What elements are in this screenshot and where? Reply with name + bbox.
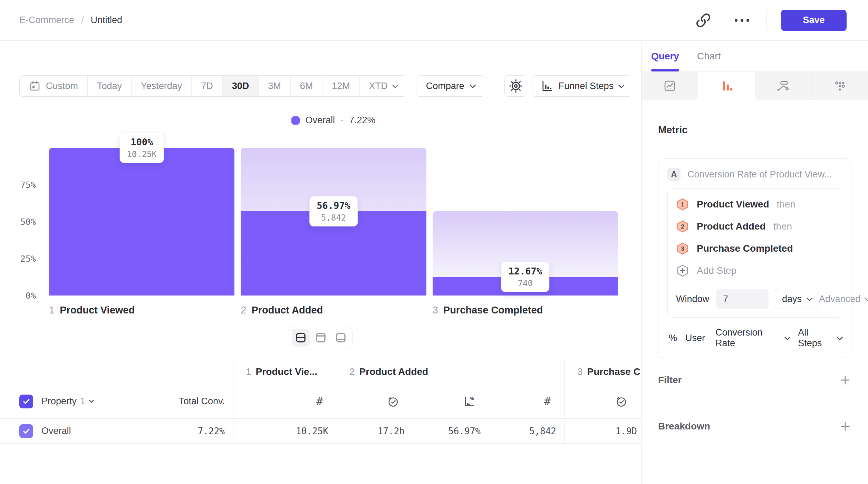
count-icon xyxy=(316,395,323,408)
chevron-down-icon[interactable] xyxy=(89,398,94,403)
step-badge-icon: 3 xyxy=(676,242,689,255)
report-main: Custom Today Yesterday 7D 30D 3M 6M 12M … xyxy=(0,41,641,484)
plus-icon xyxy=(839,420,851,433)
select-all-checkbox[interactable] xyxy=(19,395,33,408)
y-tick: 0% xyxy=(26,291,36,301)
chevron-down-icon xyxy=(392,82,398,88)
analysis-insights-tab[interactable] xyxy=(642,72,698,100)
layout-table-only-button[interactable] xyxy=(332,329,350,347)
metric-count-header-step2[interactable] xyxy=(489,384,565,418)
filter-heading: Filter xyxy=(658,375,682,386)
step-event-name: Purchase Completed xyxy=(697,243,793,254)
compare-button[interactable]: Compare xyxy=(416,75,485,97)
analysis-flows-tab[interactable] xyxy=(755,72,811,100)
save-button[interactable]: Save xyxy=(781,10,847,31)
metric-convrate-header-step2[interactable]: % xyxy=(413,384,489,418)
row-value-step1-count: 10.25K xyxy=(233,419,337,443)
legend-series-value: 7.22% xyxy=(349,115,376,126)
bottom-pane-icon xyxy=(335,332,347,343)
time-to-convert-icon xyxy=(387,395,399,408)
total-conv-header[interactable]: Total Conv. xyxy=(179,396,225,407)
row-total-conv: 7.22% xyxy=(198,426,225,436)
funnel-step-2[interactable]: 2 Product Added then xyxy=(676,220,833,233)
layout-chart-only-button[interactable] xyxy=(312,329,330,347)
breakdown-section: Breakdown xyxy=(642,420,868,433)
funnel-step-3[interactable]: 3 Purchase Completed xyxy=(676,242,833,255)
x-label-step-3: 3 Purchase Completed xyxy=(433,304,618,316)
count-icon xyxy=(544,395,551,408)
property-index: 1 xyxy=(80,396,85,407)
measure-metric-dropdown[interactable]: Conversion Rate xyxy=(715,327,780,349)
measure-scope-dropdown[interactable]: All Steps xyxy=(798,327,832,349)
property-dropdown[interactable]: Property xyxy=(41,396,77,407)
step-badge-icon: 1 xyxy=(676,198,689,211)
date-range-7d[interactable]: 7D xyxy=(191,76,222,96)
funnel-bar: 100% 10.25K xyxy=(49,148,234,296)
metric-count-header-step1[interactable] xyxy=(233,384,337,418)
table-col-step-1: 1 Product Vie... xyxy=(233,359,337,384)
more-menu-icon[interactable] xyxy=(731,9,753,31)
layout-split-button[interactable] xyxy=(292,329,310,347)
breakdown-heading: Breakdown xyxy=(658,421,710,432)
funnel-plot: 100% 10.25K 56.97% 5,842 12. xyxy=(49,148,618,296)
date-range-yesterday[interactable]: Yesterday xyxy=(131,76,191,96)
date-range-custom[interactable]: Custom xyxy=(20,76,87,96)
add-breakdown-button[interactable] xyxy=(839,420,851,433)
y-tick: 50% xyxy=(20,217,36,227)
tab-query[interactable]: Query xyxy=(651,41,679,71)
funnel-bar-tooltip: 12.67% 740 xyxy=(501,262,550,292)
copy-link-icon[interactable] xyxy=(692,9,714,31)
metric-title-row[interactable]: A Conversion Rate of Product View... xyxy=(667,168,842,181)
date-range-30d[interactable]: 30D xyxy=(222,76,259,96)
row-label-cell: Overall 7.22% xyxy=(19,419,233,443)
date-range-3m[interactable]: 3M xyxy=(258,76,290,96)
funnel-steps-card: 1 Product Viewed then 2 Product Added th… xyxy=(667,188,842,318)
add-step-button[interactable]: Add Step xyxy=(676,264,833,277)
chart-legend[interactable]: Overall · 7.22% xyxy=(49,115,618,126)
counting-entity[interactable]: User xyxy=(685,333,705,343)
funnel-chart-icon xyxy=(541,80,553,92)
analysis-retention-tab[interactable] xyxy=(811,72,868,100)
chart-settings-button[interactable] xyxy=(504,75,527,97)
row-value-step2-count: 5,842 xyxy=(489,419,565,443)
breadcrumb-report-title[interactable]: Untitled xyxy=(91,15,123,26)
conversion-rate-icon: % xyxy=(463,395,475,408)
measurement-row: % User Conversion Rate All Steps xyxy=(667,327,842,349)
date-range-12m[interactable]: 12M xyxy=(322,76,359,96)
row-checkbox[interactable] xyxy=(19,424,33,438)
step-badge-icon: 2 xyxy=(676,220,689,233)
breadcrumb-project[interactable]: E-Commerce xyxy=(19,15,74,26)
metric-time-header-step3[interactable] xyxy=(565,384,641,418)
funnels-icon xyxy=(720,79,733,93)
funnel-step-1[interactable]: 1 Product Viewed then xyxy=(676,198,833,211)
table-col-step-3: 3 Purchase C xyxy=(565,359,641,384)
chevron-down-icon xyxy=(618,82,624,88)
window-label: Window xyxy=(676,294,709,304)
metric-time-header-step2[interactable] xyxy=(337,384,413,418)
percent-symbol: % xyxy=(669,333,677,343)
date-range-today[interactable]: Today xyxy=(87,76,131,96)
analysis-funnels-tab[interactable] xyxy=(698,72,755,100)
svg-text:%: % xyxy=(470,396,474,401)
table-property-cell: Property 1 Total Conv. xyxy=(19,384,233,418)
funnel-bar-fill[interactable] xyxy=(49,148,234,296)
chevron-down-icon xyxy=(806,295,812,301)
query-panel: Query Chart xyxy=(641,41,868,484)
add-step-hex-icon xyxy=(676,264,689,277)
visualization-type-button[interactable]: Funnel Steps xyxy=(532,75,632,97)
legend-swatch xyxy=(291,116,300,125)
y-tick: 75% xyxy=(20,180,36,190)
table-data-row[interactable]: Overall 7.22% 10.25K 17.2h 56.97% 5,842 … xyxy=(0,419,641,444)
date-range-6m[interactable]: 6M xyxy=(290,76,322,96)
step-event-name: Product Viewed xyxy=(697,199,769,210)
tab-chart[interactable]: Chart xyxy=(697,41,721,71)
date-range-xtd[interactable]: XTD xyxy=(359,76,407,96)
window-unit-dropdown[interactable]: days xyxy=(775,289,819,309)
metric-card: A Conversion Rate of Product View... 1 P… xyxy=(658,158,851,358)
panel-tabs: Query Chart xyxy=(642,41,868,72)
chevron-down-icon xyxy=(837,334,843,340)
advanced-dropdown[interactable]: Advanced xyxy=(819,294,868,304)
conversion-window-row: Window days Advanced xyxy=(676,289,833,309)
add-filter-button[interactable] xyxy=(839,374,851,386)
window-value-input[interactable] xyxy=(716,289,769,309)
